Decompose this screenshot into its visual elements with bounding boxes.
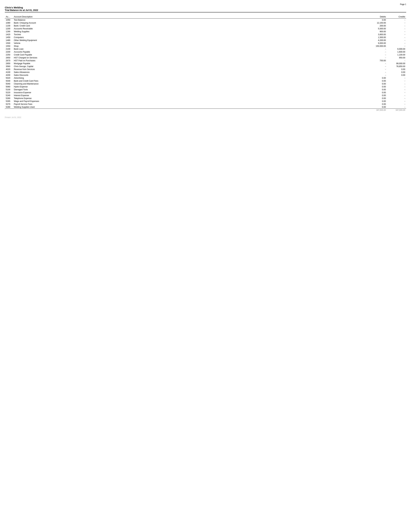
cell-code: 5040 <box>5 82 13 85</box>
cell-code: 1450 <box>5 36 13 39</box>
cell-code: 2850 <box>5 62 13 65</box>
cell-debit: 150,000.00 <box>367 45 387 48</box>
cell-debit: 0.00 <box>367 105 387 109</box>
cell-code: 2250 <box>5 53 13 56</box>
table-row: 5280Welding Supplies Used0.00- <box>5 105 406 109</box>
cell-description: Vehicle <box>13 42 367 45</box>
cell-code: 5100 <box>5 88 13 91</box>
table-row: 5030Bank and Credit Card Fees0.00- <box>5 79 406 82</box>
cell-credit: - <box>387 33 406 36</box>
cell-credit: 1,600.00 <box>387 50 406 53</box>
cell-debit: 1,500.00 <box>367 36 387 39</box>
cell-code: 4100 <box>5 71 13 74</box>
cell-credit: - <box>387 36 406 39</box>
table-row: 3560Chris George, Capital-78,850.00 <box>5 65 406 68</box>
cell-credit: - <box>387 88 406 91</box>
table-row: 2650HST Charged on Services-950.00 <box>5 56 406 59</box>
cell-debit: 0.00 <box>367 100 387 103</box>
cell-code: 1500 <box>5 42 13 45</box>
col-header-credits: Credits <box>387 15 406 18</box>
cell-code: 5060 <box>5 85 13 88</box>
cell-description: Other Welding Equipment <box>13 39 367 42</box>
cell-description: Sales Discounts <box>13 74 367 76</box>
cell-credit: - <box>387 39 406 42</box>
cell-debit: 0.00 <box>367 88 387 91</box>
cell-debit: 750.00 <box>367 59 387 62</box>
cell-code: 5265 <box>5 100 13 103</box>
cell-debit: - <box>367 74 387 76</box>
cell-description: Revenue from Services <box>13 68 367 71</box>
table-row: 2670HST Paid on Purchases750.00- <box>5 59 406 62</box>
cell-code: 3560 <box>5 65 13 68</box>
cell-credit: - <box>387 76 406 79</box>
table-row: 1050Test Balance0.00- <box>5 19 406 22</box>
cell-code: 2650 <box>5 56 13 59</box>
cell-code: 1100 <box>5 24 13 27</box>
cell-code: 4020 <box>5 68 13 71</box>
table-row: 1420Torches3,800.00- <box>5 33 406 36</box>
cell-credit: - <box>387 91 406 94</box>
cell-credit: - <box>387 103 406 105</box>
table-row: 2850Mortgage Payable-99,000.00 <box>5 62 406 65</box>
cell-description: Welding Supplies Used <box>13 105 367 109</box>
cell-code: 4200 <box>5 74 13 76</box>
cell-credit: - <box>387 85 406 88</box>
cell-description: Bank Loan <box>13 48 367 50</box>
table-row: 1080Bank: Chequing Account12,150.00- <box>5 21 406 24</box>
cell-credit: - <box>387 42 406 45</box>
cell-credit: 0.00 <box>387 74 406 76</box>
table-row: 5240Interest Expense0.00- <box>5 94 406 97</box>
cell-credit: 78,850.00 <box>387 65 406 68</box>
cell-description: Sales Allowances <box>13 71 367 74</box>
cell-code: 5030 <box>5 79 13 82</box>
cell-description: HST Paid on Purchases <box>13 59 367 62</box>
cell-description: Payroll Service Fees <box>13 103 367 105</box>
cell-debit: 4,200.00 <box>367 39 387 42</box>
cell-debit: 0.00 <box>367 97 387 100</box>
cell-debit: 0.00 <box>367 19 387 22</box>
cell-code: 2670 <box>5 59 13 62</box>
table-row: 5060Hydro Expense0.00- <box>5 85 406 88</box>
cell-code: 1550 <box>5 45 13 48</box>
cell-credit: - <box>387 19 406 22</box>
cell-description: Chris George, Capital <box>13 65 367 68</box>
table-row: 1290Welding Supplies900.00- <box>5 30 406 33</box>
page-number: Page 1 <box>5 3 406 6</box>
totals-row: 187,500.00187,500.00 <box>5 109 406 112</box>
report-title: Trial Balance As at Jul 01, 2022 <box>5 9 406 12</box>
cell-credit: - <box>387 59 406 62</box>
table-row: 4200Sales Discounts-0.00 <box>5 74 406 76</box>
cell-debit: 0.00 <box>367 82 387 85</box>
cell-debit: 0.00 <box>367 91 387 94</box>
cell-credit: - <box>387 97 406 100</box>
cell-description: Computers <box>13 36 367 39</box>
cell-credit: 950.00 <box>387 56 406 59</box>
cell-description: Credit Card Payable <box>13 53 367 56</box>
cell-debit: 0.00 <box>367 76 387 79</box>
cell-description: Bank and Credit Card Fees <box>13 79 367 82</box>
cell-description: Accounts Receivable <box>13 27 367 30</box>
cell-debit: 5,000.00 <box>367 27 387 30</box>
cell-credit: - <box>387 45 406 48</box>
cell-code: 1290 <box>5 30 13 33</box>
table-row: 5100Damaged Tools0.00- <box>5 88 406 91</box>
cell-description: Insurance Expense <box>13 91 367 94</box>
cell-debit: 0.00 <box>367 103 387 105</box>
cell-description: Bank: Chequing Account <box>13 21 367 24</box>
cell-debit: - <box>367 48 387 50</box>
table-row: 2200Accounts Payable-1,600.00 <box>5 50 406 53</box>
table-row: 5040Clearning and Maintenance0.00- <box>5 82 406 85</box>
cell-description: Welding Supplies <box>13 30 367 33</box>
cell-code: 1420 <box>5 33 13 36</box>
table-row: 1100Bank: Credit Card200.00- <box>5 24 406 27</box>
table-row: 1480Other Welding Equipment4,200.00- <box>5 39 406 42</box>
cell-code: 1050 <box>5 19 13 22</box>
cell-code: 5260 <box>5 97 13 100</box>
cell-code: 5240 <box>5 94 13 97</box>
table-row: 5020Advertising0.00- <box>5 76 406 79</box>
table-row: 4100Sales Allowances-0.00 <box>5 71 406 74</box>
table-row: 4020Revenue from Services-0.00 <box>5 68 406 71</box>
cell-code: 5220 <box>5 91 13 94</box>
cell-description: Shop <box>13 45 367 48</box>
footer: Printed: Jul 01, 2022 <box>5 116 406 118</box>
